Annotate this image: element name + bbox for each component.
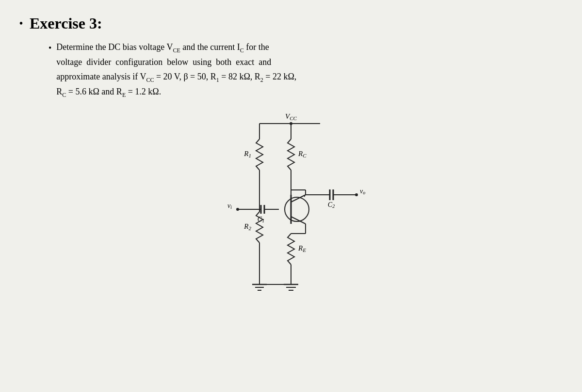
sub-bullet-dot: •	[48, 41, 51, 55]
rc-subscript: C	[62, 92, 66, 98]
rc-label: RC	[298, 150, 307, 158]
rc-resistor	[288, 139, 294, 170]
vi-node	[236, 208, 239, 211]
vcc-subscript: CC	[146, 77, 154, 83]
vo-node	[355, 193, 358, 196]
page: • Exercise 3: • Determine the DC bias vo…	[0, 0, 582, 392]
bullet-large: •	[19, 18, 23, 29]
problem-text: • Determine the DC bias voltage VCE and …	[48, 40, 563, 100]
re-subscript: E	[122, 92, 126, 98]
vcc-label: VCC	[285, 112, 297, 121]
title-text: Exercise 3:	[30, 15, 102, 32]
exercise-title: • Exercise 3:	[19, 15, 563, 32]
r2-subscript: 2	[260, 77, 263, 83]
r2-label: R2	[243, 222, 251, 231]
ic-subscript: C	[240, 47, 244, 54]
r1-subscript: 1	[216, 77, 219, 83]
circuit-svg: VCC R1 R2	[189, 110, 393, 318]
bjt-circle	[285, 197, 309, 221]
bjt-emitter	[291, 195, 306, 202]
r1-label: R1	[243, 150, 251, 158]
c2-label: C2	[328, 201, 335, 209]
problem-body: Determine the DC bias voltage VCE and th…	[56, 40, 296, 100]
c1-label: C1	[258, 216, 264, 223]
vce-subscript: CE	[173, 47, 180, 54]
sub-bullet: • Determine the DC bias voltage VCE and …	[48, 40, 563, 100]
r1-resistor	[256, 139, 263, 170]
vo-label: vo	[360, 188, 365, 195]
circuit-area: VCC R1 R2	[19, 110, 563, 318]
re-resistor	[288, 234, 294, 265]
re-label: RE	[298, 244, 306, 253]
vi-label: vi	[227, 202, 232, 210]
bjt-collector	[291, 217, 306, 224]
